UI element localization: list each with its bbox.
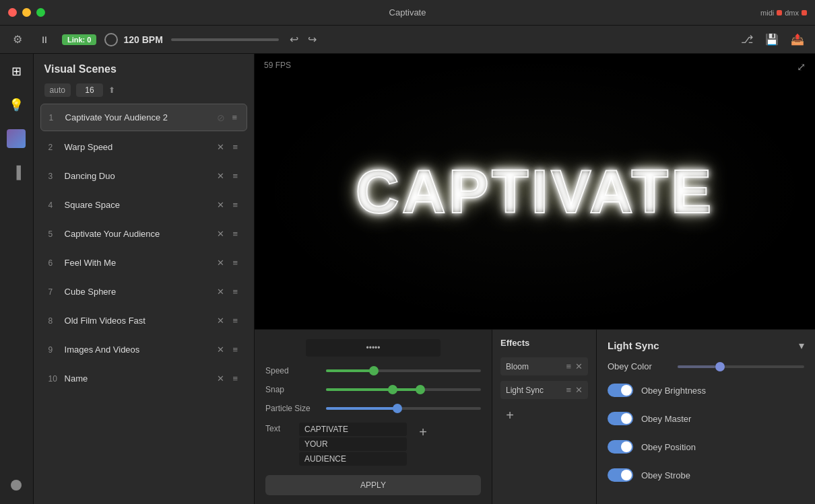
window-controls [8, 8, 45, 17]
scene-delete-button[interactable]: ✕ [216, 256, 226, 269]
lightsync-panel: Light Sync ▾ Obey Color Obey Br [596, 330, 815, 504]
text-line[interactable]: YOUR [299, 437, 407, 451]
auto-badge: auto [44, 83, 71, 97]
app-title: Captivate [389, 7, 426, 17]
scene-name: Images And Videos [65, 345, 211, 355]
sidebar-item-bars[interactable]: ▐ [5, 161, 27, 183]
scene-delete-button[interactable]: ✕ [216, 372, 226, 385]
effect-name: Light Sync [506, 386, 544, 395]
scene-menu-button[interactable]: ≡ [231, 141, 239, 153]
scene-delete-button[interactable]: ✕ [216, 285, 226, 298]
bpm-bar[interactable] [171, 38, 279, 41]
pause-button[interactable]: ⏸ [35, 30, 54, 49]
scene-menu-button[interactable]: ≡ [231, 314, 239, 327]
effect-buttons: ≡ ✕ [566, 385, 583, 395]
scene-menu-button[interactable]: ≡ [231, 227, 239, 240]
scene-num: 8 [48, 316, 59, 326]
obey-master-label: Obey Master [641, 414, 691, 424]
obey-brightness-toggle[interactable] [608, 384, 633, 397]
scene-item[interactable]: 2 Warp Speed ✕ ≡ [40, 134, 247, 160]
scene-name: Cube Sphere [65, 287, 211, 297]
scene-delete-button[interactable]: ✕ [216, 170, 226, 182]
scene-icons: ⊘ ≡ [217, 111, 238, 124]
scene-item[interactable]: 1 Captivate Your Audience 2 ⊘ ≡ [40, 104, 247, 131]
link-badge[interactable]: Link: 0 [62, 34, 96, 45]
obey-position-toggle[interactable] [608, 440, 633, 454]
scene-item[interactable]: 10 Name ✕ ≡ [40, 365, 247, 392]
preview-canvas: 59 FPS ⤢ CAPTIVATE [255, 54, 815, 329]
effects-panel: Effects Bloom ≡ ✕ Light Sync ≡ ✕ + [492, 330, 596, 504]
count-arrows: ⬆ [108, 85, 115, 95]
particle-size-slider[interactable] [326, 407, 481, 410]
scene-delete-button[interactable]: ✕ [216, 343, 226, 356]
scene-menu-button[interactable]: ≡ [231, 285, 239, 298]
effect-close-button[interactable]: ✕ [575, 361, 583, 371]
scene-menu-button[interactable]: ≡ [231, 343, 239, 356]
scene-num: 9 [48, 345, 59, 355]
maximize-button[interactable] [36, 8, 45, 17]
text-content: CAPTIVATEYOURAUDIENCE [299, 423, 407, 466]
particle-size-label: Particle Size [265, 404, 319, 413]
scene-name: Feel With Me [65, 258, 211, 268]
scene-item[interactable]: 6 Feel With Me ✕ ≡ [40, 250, 247, 276]
add-text-button[interactable]: + [414, 423, 432, 441]
scene-item[interactable]: 7 Cube Sphere ✕ ≡ [40, 279, 247, 305]
scene-delete-button[interactable]: ✕ [216, 141, 226, 153]
scene-menu-button[interactable]: ≡ [231, 372, 239, 385]
scene-menu-button[interactable]: ≡ [231, 199, 239, 211]
bpm-display: 120 BPM [104, 33, 162, 46]
effect-menu-button[interactable]: ≡ [566, 361, 571, 371]
scenes-count-input[interactable] [76, 83, 103, 97]
scene-delete-button[interactable]: ✕ [216, 199, 226, 211]
obey-color-slider[interactable] [678, 365, 804, 368]
lightsync-header: Light Sync ▾ [608, 339, 804, 352]
scene-item[interactable]: 8 Old Film Videos Fast ✕ ≡ [40, 308, 247, 334]
text-label: Text [265, 423, 292, 433]
minimize-button[interactable] [22, 8, 31, 17]
redo-button[interactable]: ↪ [305, 30, 319, 48]
snap-slider[interactable] [326, 388, 481, 391]
obey-master-toggle[interactable] [608, 412, 633, 425]
scene-menu-button[interactable]: ≡ [230, 111, 238, 124]
text-line[interactable]: AUDIENCE [299, 452, 407, 466]
midi-dot [777, 10, 782, 15]
sidebar-item-scenes[interactable]: ⊞ [5, 61, 27, 82]
apply-button[interactable]: APPLY [265, 475, 481, 495]
scene-item[interactable]: 3 Dancing Duo ✕ ≡ [40, 163, 247, 189]
save-button[interactable]: 💾 [762, 30, 781, 48]
scene-name-display: ••••• [306, 339, 441, 357]
scene-item[interactable]: 4 Square Space ✕ ≡ [40, 192, 247, 218]
scene-item[interactable]: 9 Images And Videos ✕ ≡ [40, 336, 247, 363]
settings-button[interactable]: ⚙ [8, 30, 27, 49]
scene-item[interactable]: 5 Captivate Your Audience ✕ ≡ [40, 221, 247, 247]
add-effect-button[interactable]: + [500, 406, 519, 425]
scene-menu-button[interactable]: ≡ [231, 256, 239, 269]
scenes-panel: Visual Scenes auto ⬆ 1 Captivate Your Au… [34, 54, 255, 504]
sidebar-item-light[interactable]: 💡 [5, 94, 27, 116]
obey-strobe-toggle[interactable] [608, 468, 633, 482]
dmx-dot [802, 10, 807, 15]
midi-label: midi [760, 9, 774, 17]
scenes-controls: auto ⬆ [34, 81, 254, 104]
snap-thumb-start [388, 385, 397, 394]
lightsync-dropdown[interactable]: ▾ [799, 339, 804, 352]
sidebar-item-3d[interactable] [5, 128, 27, 149]
effect-menu-button[interactable]: ≡ [566, 385, 571, 395]
export-button[interactable]: 📤 [788, 30, 807, 48]
scene-menu-button[interactable]: ≡ [231, 170, 239, 182]
scene-delete-button[interactable]: ✕ [216, 227, 226, 240]
midi-dmx-group: midi dmx [760, 9, 807, 17]
speed-slider[interactable] [326, 369, 481, 372]
undo-button[interactable]: ↩ [287, 30, 301, 48]
sidebar-circle [11, 480, 22, 491]
expand-button[interactable]: ⤢ [797, 61, 806, 73]
effect-close-button[interactable]: ✕ [575, 385, 583, 395]
obey-brightness-row: Obey Brightness [608, 381, 804, 400]
scene-name: Dancing Duo [65, 171, 211, 181]
scene-delete-button[interactable]: ✕ [216, 314, 226, 327]
usb-icon[interactable]: ⎇ [738, 30, 756, 48]
close-button[interactable] [8, 8, 17, 17]
text-line[interactable]: CAPTIVATE [299, 423, 407, 436]
effect-item: Light Sync ≡ ✕ [500, 381, 588, 399]
scene-icons: ✕ ≡ [216, 141, 239, 153]
